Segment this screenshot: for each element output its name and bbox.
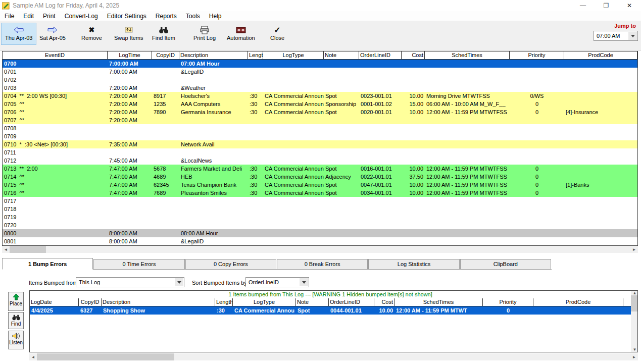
bump-row[interactable]: 4/4/20256327Shopping Show:30CA Commercia… (30, 306, 631, 315)
log-row[interactable]: 0704 ** 2:00 WS [00:30]7:20:00 AM8917Hoe… (3, 92, 637, 100)
tab-1-bump-errors[interactable]: 1 Bump Errors (2, 258, 93, 270)
tab-clipboard[interactable]: ClipBoard (460, 259, 551, 269)
menu-item-edit[interactable]: Edit (19, 11, 38, 21)
column-header-length[interactable]: Length (215, 298, 233, 306)
chevron-down-icon[interactable] (300, 278, 308, 286)
remove-button[interactable]: ✖ Remove (77, 23, 106, 45)
column-header-schedtimes[interactable]: SchedTimes (425, 51, 510, 59)
log-row[interactable]: 0718 (3, 205, 637, 213)
scroll-thumb[interactable] (37, 353, 174, 360)
scroll-right-icon[interactable]: ► (630, 353, 638, 360)
menu-item-print[interactable]: Print (38, 11, 60, 21)
column-header-priority[interactable]: Priority (510, 51, 564, 59)
column-header-description[interactable]: Description (102, 298, 215, 306)
cell-priority: 0 (510, 181, 564, 189)
swap-items-button[interactable]: Swap Items (110, 23, 147, 45)
cell-schedtimes: 12:00 AM - 11:59 PM MTWTFSS (425, 173, 510, 181)
log-row[interactable]: 0713 ** 2:007:47:00 AM5678Farmers Market… (3, 165, 637, 173)
column-header-cost[interactable]: Cost (374, 298, 395, 306)
column-header-orderlineid[interactable]: OrderLineID (329, 298, 374, 306)
log-row[interactable]: 0706 ^*7:20:00 AM7890Germania Insurance:… (3, 108, 637, 116)
log-row[interactable]: 0705 ^*7:20:00 AM1235AAA Computers:30CA … (3, 100, 637, 108)
column-header-eventid[interactable]: EventID (3, 51, 108, 59)
tab-0-time-errors[interactable]: 0 Time Errors (93, 259, 184, 269)
column-header-length[interactable]: Length (248, 51, 263, 59)
log-row[interactable]: 0716 ^*7:47:00 AM7689Pleasanton Smiles:3… (3, 189, 637, 197)
column-header-prodcode[interactable]: ProdCode (564, 51, 637, 59)
log-row[interactable]: 07037:20:00 AM&Weather (3, 84, 637, 92)
cell-copyid (152, 132, 179, 140)
column-header-logdate[interactable]: LogDate (30, 298, 79, 306)
scroll-left-icon[interactable]: ◄ (2, 246, 10, 253)
cell-schedtimes: 06:00 AM - 10:00 AM M_W_F__ (425, 100, 510, 108)
log-row[interactable]: 0709 (3, 132, 637, 140)
scroll-track[interactable] (46, 246, 630, 253)
maximize-button[interactable]: ❐ (595, 0, 618, 11)
column-header-copyid[interactable]: CopyID (152, 51, 179, 59)
cell-cost (402, 229, 425, 237)
items-bumped-from-select[interactable]: This Log (76, 277, 184, 287)
close-log-button[interactable]: ✓ Close (266, 23, 288, 45)
scroll-down-icon[interactable]: ▼ (631, 347, 638, 352)
column-header-note[interactable]: Note (324, 51, 359, 59)
log-row[interactable]: 0720 (3, 221, 637, 229)
column-header-note[interactable]: Note (296, 298, 329, 306)
automation-button[interactable]: Automation (223, 23, 259, 45)
jump-to-select[interactable]: 07:00 AM (594, 31, 638, 41)
column-header-logtime[interactable]: LogTime (108, 51, 152, 59)
column-header-description[interactable]: Description (179, 51, 248, 59)
place-button[interactable]: Place (8, 292, 24, 311)
menu-item-tools[interactable]: Tools (181, 11, 205, 21)
listen-button[interactable]: Listen (8, 331, 24, 349)
menu-item-reports[interactable]: Reports (151, 11, 181, 21)
scroll-thumb[interactable] (10, 246, 46, 253)
scroll-right-icon[interactable]: ► (630, 246, 638, 253)
cell-cost (402, 157, 425, 165)
scroll-thumb[interactable] (631, 295, 637, 311)
menu-item-help[interactable]: Help (205, 11, 226, 21)
log-row[interactable]: 07017:00:00 AM&LegalID (3, 68, 637, 76)
log-row[interactable]: 07007:00:00 AM07:00 AM Hour (3, 60, 637, 68)
log-row[interactable]: 0710 * :30 <Net> [00:30]7:35:00 AMNetwor… (3, 140, 637, 148)
find-item-button[interactable]: Find Item (148, 23, 179, 45)
log-row[interactable]: 08018:00:00 AM&LegalID (3, 237, 637, 245)
close-window-button[interactable]: ✕ (618, 0, 641, 11)
chevron-down-icon[interactable] (628, 32, 637, 40)
next-day-button[interactable]: Sat Apr-05 (35, 23, 70, 45)
log-row[interactable]: 0719 (3, 213, 637, 221)
cell-priority (510, 237, 564, 245)
log-row[interactable]: 0702 (3, 76, 637, 84)
log-row[interactable]: 08008:00:00 AM08:00 AM Hour (3, 229, 637, 237)
tab-0-break-errors[interactable]: 0 Break Errors (277, 259, 368, 269)
log-row[interactable]: 0708 (3, 124, 637, 132)
tab-0-copy-errors[interactable]: 0 Copy Errors (185, 259, 276, 269)
log-row[interactable]: 0717 (3, 197, 637, 205)
column-header-orderlineid[interactable]: OrderLineID (359, 51, 402, 59)
chevron-down-icon[interactable] (175, 278, 183, 286)
log-row[interactable]: 0715 ^*7:47:00 AM62345Texas Champion Ban… (3, 181, 637, 189)
column-header-copyid[interactable]: CopyID (79, 298, 102, 306)
column-header-prodcode[interactable]: ProdCode (533, 298, 623, 306)
scroll-left-icon[interactable]: ◄ (29, 353, 37, 360)
column-header-cost[interactable]: Cost (402, 51, 425, 59)
log-row[interactable]: 0707 ^*7:20:00 AM (3, 116, 637, 124)
log-row[interactable]: 0714 ^*7:47:00 AM4689HEB:30CA Commercial… (3, 173, 637, 181)
tab-log-statistics[interactable]: Log Statistics (368, 259, 459, 269)
log-row[interactable]: 0711 (3, 148, 637, 157)
scroll-up-icon[interactable]: ▲ (631, 291, 638, 295)
menu-item-convert-log[interactable]: Convert-Log (60, 11, 103, 21)
column-header-schedtimes[interactable]: SchedTimes (395, 298, 483, 306)
find-button[interactable]: Find (8, 312, 24, 329)
column-header-logtype[interactable]: LogType (263, 51, 324, 59)
minimize-button[interactable]: — (571, 0, 595, 11)
menu-item-file[interactable]: File (0, 11, 19, 21)
scroll-track[interactable] (631, 311, 637, 347)
column-header-logtype[interactable]: LogType (233, 298, 296, 306)
sort-bumped-items-select[interactable]: OrderLineID (245, 277, 309, 287)
column-header-priority[interactable]: Priority (483, 298, 533, 306)
scroll-track[interactable] (174, 353, 630, 360)
prev-day-button[interactable]: Thu Apr-03 (1, 23, 36, 45)
menu-item-editor-settings[interactable]: Editor Settings (103, 11, 151, 21)
print-log-button[interactable]: Print Log (189, 23, 220, 45)
log-row[interactable]: 07127:45:00 AM&LocalNews (3, 157, 637, 165)
